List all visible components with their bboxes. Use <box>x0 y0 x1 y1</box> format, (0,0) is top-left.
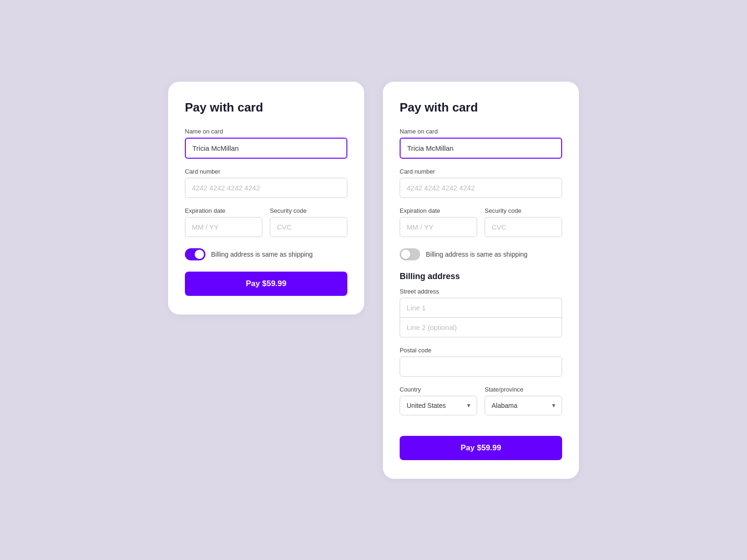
right-card-number-label: Card number <box>400 168 562 175</box>
left-name-field-group: Name on card <box>185 128 347 159</box>
right-name-label: Name on card <box>400 128 562 135</box>
state-select-wrapper: Alabama Alaska Arizona Arkansas Californ… <box>485 396 562 415</box>
left-name-label: Name on card <box>185 128 347 135</box>
left-card-number-label: Card number <box>185 168 347 175</box>
postal-code-input[interactable] <box>400 357 562 377</box>
left-billing-toggle-row: Billing address is same as shipping <box>185 248 347 260</box>
right-card-title: Pay with card <box>400 100 562 115</box>
right-card: Pay with card Name on card Card number E… <box>383 82 579 479</box>
address-inputs <box>400 298 562 337</box>
right-toggle-thumb <box>401 250 410 259</box>
left-billing-same-label: Billing address is same as shipping <box>211 251 313 258</box>
postal-code-label: Postal code <box>400 347 562 354</box>
address-line1-input[interactable] <box>400 298 562 317</box>
state-field-group: State/province Alabama Alaska Arizona Ar… <box>485 386 562 415</box>
country-select-wrapper: United States Canada United Kingdom Aust… <box>400 396 477 415</box>
country-select[interactable]: United States Canada United Kingdom Aust… <box>400 396 477 415</box>
state-select[interactable]: Alabama Alaska Arizona Arkansas Californ… <box>485 396 562 415</box>
left-security-input[interactable] <box>270 217 347 237</box>
left-name-input[interactable] <box>185 138 347 159</box>
country-state-row: Country United States Canada United King… <box>400 386 562 425</box>
billing-address-section: Billing address Street address Postal co… <box>400 272 562 425</box>
right-expiry-label: Expiration date <box>400 207 477 214</box>
right-billing-toggle-row: Billing address is same as shipping <box>400 248 562 260</box>
billing-section-title: Billing address <box>400 272 562 281</box>
country-field-group: Country United States Canada United King… <box>400 386 477 415</box>
right-security-input[interactable] <box>485 217 562 237</box>
right-billing-same-label: Billing address is same as shipping <box>426 251 528 258</box>
left-card-number-field-group: Card number <box>185 168 347 198</box>
page-wrapper: Pay with card Name on card Card number E… <box>19 82 728 479</box>
left-billing-toggle[interactable] <box>185 248 205 260</box>
right-card-number-input[interactable] <box>400 178 562 198</box>
left-pay-button[interactable]: Pay $59.99 <box>185 272 347 296</box>
right-expiry-security-row: Expiration date Security code <box>400 207 562 246</box>
left-card-number-input[interactable] <box>185 178 347 198</box>
right-pay-button[interactable]: Pay $59.99 <box>400 436 562 460</box>
right-security-label: Security code <box>485 207 562 214</box>
country-label: Country <box>400 386 477 393</box>
left-toggle-thumb <box>195 250 204 259</box>
state-label: State/province <box>485 386 562 393</box>
left-card: Pay with card Name on card Card number E… <box>168 82 364 315</box>
address-line2-input[interactable] <box>400 317 562 337</box>
right-name-field-group: Name on card <box>400 128 562 159</box>
street-address-label: Street address <box>400 288 562 295</box>
right-security-field-group: Security code <box>485 207 562 237</box>
right-expiry-field-group: Expiration date <box>400 207 477 237</box>
left-expiry-label: Expiration date <box>185 207 262 214</box>
right-card-number-field-group: Card number <box>400 168 562 198</box>
right-billing-toggle[interactable] <box>400 248 420 260</box>
left-security-field-group: Security code <box>270 207 347 237</box>
left-expiry-field-group: Expiration date <box>185 207 262 237</box>
left-expiry-input[interactable] <box>185 217 262 237</box>
right-expiry-input[interactable] <box>400 217 477 237</box>
street-address-field-group: Street address <box>400 288 562 337</box>
left-expiry-security-row: Expiration date Security code <box>185 207 347 246</box>
left-security-label: Security code <box>270 207 347 214</box>
right-name-input[interactable] <box>400 138 562 159</box>
postal-code-field-group: Postal code <box>400 347 562 377</box>
left-card-title: Pay with card <box>185 100 347 115</box>
